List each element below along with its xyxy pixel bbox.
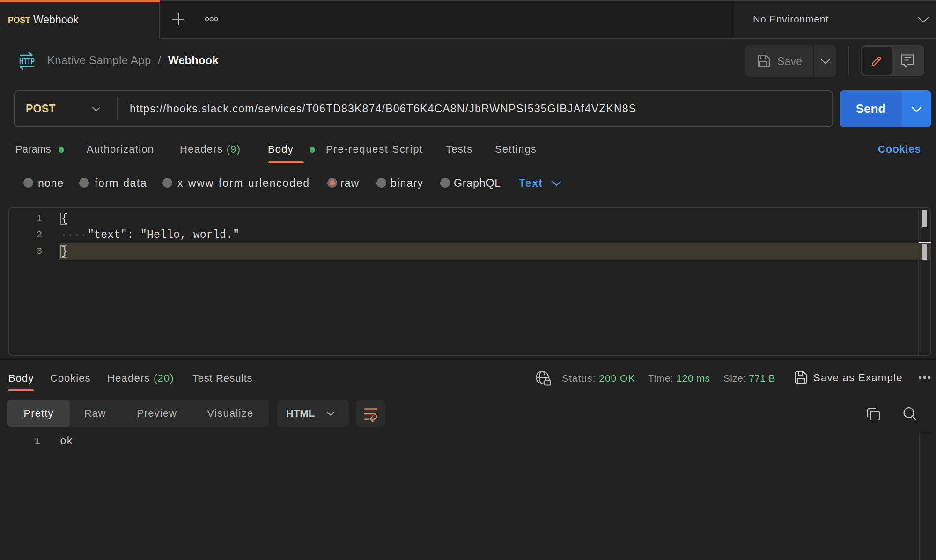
svg-text:HTTP: HTTP — [19, 56, 35, 66]
